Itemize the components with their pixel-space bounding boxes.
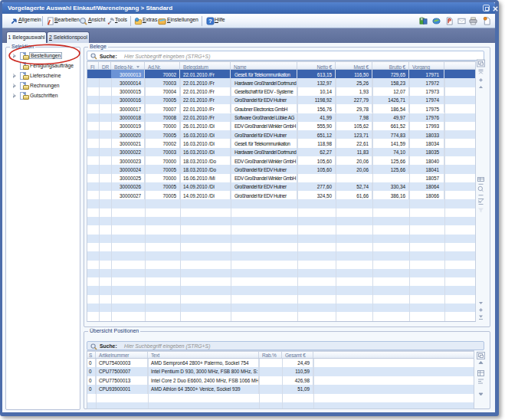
svg-text:?: ? [208, 18, 212, 25]
